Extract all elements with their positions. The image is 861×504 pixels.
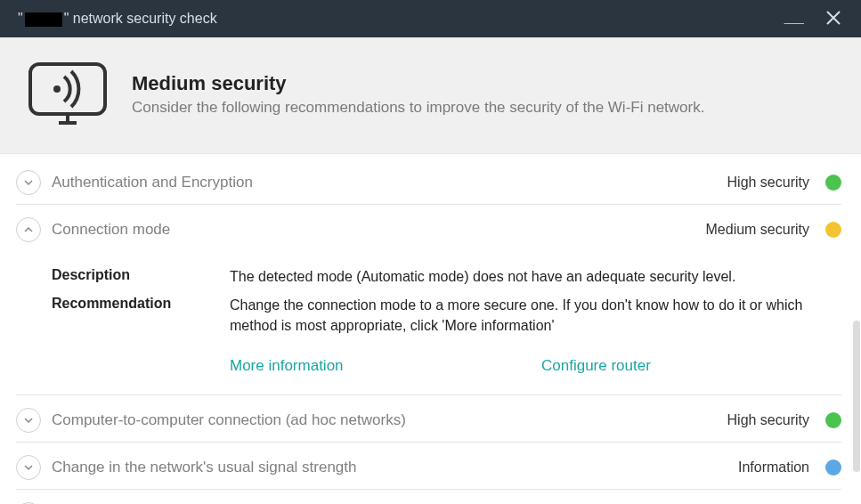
redacted-network-name (25, 12, 62, 27)
check-status: High security (727, 175, 809, 191)
chevron-down-icon (23, 415, 34, 426)
check-status: Medium security (706, 222, 809, 238)
minimize-button[interactable]: __ (784, 6, 804, 24)
check-status: High security (727, 412, 809, 428)
status-dot-icon (825, 222, 841, 238)
scrollbar-thumb[interactable] (853, 321, 860, 472)
check-title: Authentication and Encryption (52, 174, 717, 191)
window-title: "" network security check (18, 11, 784, 27)
configure-router-link[interactable]: Configure router (541, 357, 651, 375)
chevron-down-icon (23, 177, 34, 188)
expand-button[interactable] (16, 408, 41, 433)
chevron-down-icon (23, 462, 34, 473)
check-title: Connection mode (52, 221, 695, 239)
window-controls: __ (784, 10, 841, 28)
description-value: The detected mode (Automatic mode) does … (230, 267, 841, 287)
monitor-wifi-icon (25, 59, 110, 130)
check-details: Description The detected mode (Automatic… (16, 251, 841, 394)
status-dot-icon (825, 175, 841, 191)
chevron-up-icon (23, 224, 34, 235)
description-label: Description (52, 267, 230, 287)
status-dot-icon (825, 412, 841, 428)
recommendation-label: Recommendation (52, 296, 230, 336)
svg-point-3 (53, 85, 61, 93)
recommendation-value: Change the connection mode to a more sec… (230, 296, 841, 336)
titlebar: "" network security check __ (0, 0, 861, 37)
check-row-authentication: Authentication and Encryption High secur… (16, 158, 841, 205)
check-row-connection-mode: Connection mode Medium security (16, 205, 841, 251)
status-dot-icon (825, 459, 841, 476)
more-information-link[interactable]: More information (230, 357, 541, 375)
check-row-network-name: Network name High security (16, 490, 841, 504)
close-button[interactable] (825, 10, 841, 28)
expand-button[interactable] (16, 455, 41, 480)
check-title: Computer-to-computer connection (ad hoc … (52, 411, 717, 429)
check-status: Information (738, 459, 809, 476)
check-title: Change in the network's usual signal str… (52, 459, 727, 476)
check-row-adhoc: Computer-to-computer connection (ad hoc … (16, 394, 841, 443)
svg-rect-0 (30, 64, 105, 114)
collapse-button[interactable] (16, 217, 41, 242)
expand-button[interactable] (16, 170, 41, 195)
check-row-signal-strength: Change in the network's usual signal str… (16, 443, 841, 490)
checks-list: Authentication and Encryption High secur… (0, 154, 861, 504)
scrollbar[interactable] (852, 321, 861, 504)
summary-header: Medium security Consider the following r… (0, 37, 861, 154)
security-level-title: Medium security (132, 72, 704, 95)
security-level-subtitle: Consider the following recommendations t… (132, 99, 704, 117)
